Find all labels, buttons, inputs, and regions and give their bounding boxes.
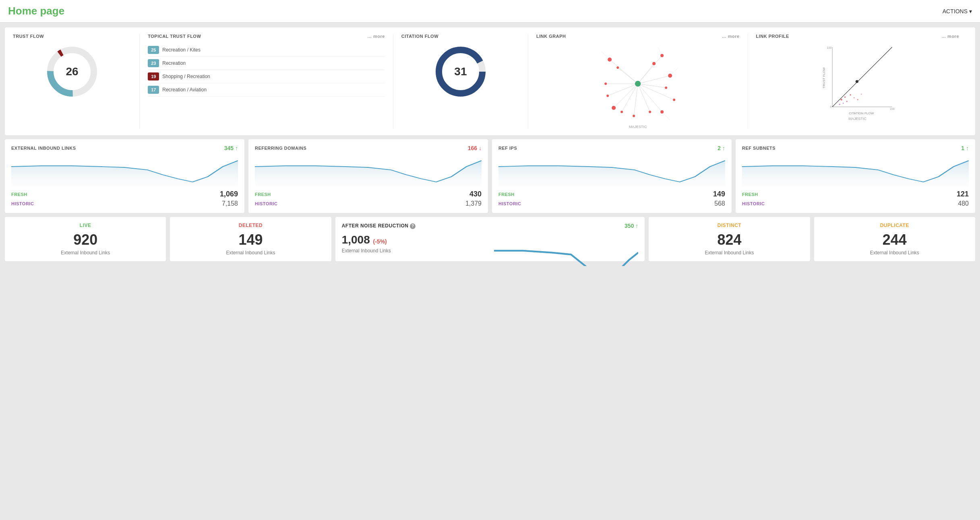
link-profile-more[interactable]: ... more (942, 34, 959, 39)
question-icon[interactable]: ? (410, 223, 416, 229)
svg-marker-57 (11, 161, 238, 187)
topical-trust-flow-title: TOPICAL TRUST FLOW (148, 34, 201, 39)
header: Home page ACTIONS ▾ (0, 0, 980, 23)
metric-header: REF SUBNETS 1 ↑ (742, 145, 969, 151)
topical-trust-flow-section: TOPICAL TRUST FLOW ... more 25 Recreatio… (140, 34, 393, 129)
svg-point-51 (860, 94, 862, 95)
bottom-card-sublabel: External Inbound Links (821, 250, 969, 256)
citation-flow-section: CITATION FLOW 31 (393, 34, 528, 129)
fresh-value: 149 (713, 190, 725, 198)
metric-card-3: REF SUBNETS 1 ↑ FRESH 121 (736, 139, 975, 213)
ttf-item: 25 Recreation / Kites (148, 43, 385, 57)
metric-card-2: REF IPS 2 ↑ FRESH 149 (492, 139, 732, 213)
fresh-value: 430 (469, 190, 482, 198)
historic-row: HISTORIC 1,379 (255, 200, 482, 207)
metric-badge: 166 ↓ (468, 145, 482, 151)
metric-chart (11, 155, 238, 187)
historic-label: HISTORIC (255, 201, 277, 206)
svg-line-11 (614, 84, 638, 108)
historic-row: HISTORIC 568 (498, 200, 725, 207)
svg-line-5 (610, 60, 638, 84)
ttf-badge: 17 (148, 86, 159, 94)
svg-point-25 (660, 54, 664, 57)
trust-flow-section: TRUST FLOW 26 (13, 34, 140, 129)
bottom-card-sublabel: External Inbound Links (176, 250, 325, 256)
bottom-card-number: 149 (176, 231, 325, 248)
noise-number: 1,008 (-5%) (342, 233, 486, 246)
page-title: Home page (8, 5, 64, 17)
link-graph-more[interactable]: ... more (722, 34, 739, 39)
citation-flow-donut: 31 (432, 43, 489, 100)
noise-sublabel: External Inbound Links (342, 248, 486, 254)
historic-value: 1,379 (465, 200, 482, 207)
svg-point-29 (633, 115, 635, 117)
svg-point-24 (608, 58, 612, 62)
svg-point-50 (853, 97, 854, 99)
ttf-label: Recreation / Aviation (162, 87, 207, 93)
link-profile-majestic: MAJESTIC (756, 117, 959, 121)
bottom-card-label: DELETED (176, 223, 325, 228)
ttf-badge: 23 (148, 59, 159, 67)
svg-marker-59 (498, 161, 725, 187)
metric-title: EXTERNAL INBOUND LINKS (11, 146, 76, 151)
link-graph-majestic: MAJESTIC (536, 125, 739, 129)
svg-point-35 (649, 111, 651, 113)
historic-label: HISTORIC (742, 201, 765, 206)
fresh-value: 121 (957, 190, 969, 198)
svg-point-36 (620, 111, 623, 113)
ttf-label: Shopping / Recreation (162, 74, 210, 79)
svg-text:100: 100 (827, 46, 831, 50)
historic-label: HISTORIC (498, 201, 521, 206)
svg-line-18 (608, 84, 638, 96)
bottom-card-label: DISTINCT (655, 223, 803, 228)
metric-chart (742, 155, 969, 187)
topical-trust-flow-list: 25 Recreation / Kites 23 Recreation 19 S… (148, 43, 385, 97)
bottom-card-sublabel: External Inbound Links (11, 250, 159, 256)
link-graph-section: LINK GRAPH ... more (528, 34, 748, 129)
svg-line-17 (622, 84, 638, 112)
metric-stats: FRESH 1,069 HISTORIC 7,158 (11, 190, 238, 207)
bottom-card-number: 920 (11, 231, 159, 248)
link-profile-visual: CITATION FLOW TRUST FLOW 100 0 100 (756, 43, 959, 116)
metric-chart (498, 155, 725, 187)
svg-point-54 (839, 103, 840, 105)
topical-more-link[interactable]: ... more (368, 34, 385, 39)
svg-text:CITATION FLOW: CITATION FLOW (849, 111, 874, 115)
metric-card-1: REFERRING DOMAINS 166 ↓ FRESH 430 (248, 139, 488, 213)
metric-header: EXTERNAL INBOUND LINKS 345 ↑ (11, 145, 238, 151)
svg-point-49 (846, 101, 848, 102)
bottom-card-3: DISTINCT 824 External Inbound Links (649, 217, 810, 261)
bottom-card-number: 824 (655, 231, 803, 248)
link-profile-title: LINK PROFILE (756, 34, 789, 39)
metric-stats: FRESH 430 HISTORIC 1,379 (255, 190, 482, 207)
metric-badge: 1 ↑ (961, 145, 969, 151)
link-profile-section: LINK PROFILE ... more CITATION FLOW TRUS… (748, 34, 967, 129)
historic-value: 7,158 (222, 200, 238, 207)
svg-text:TRUST FLOW: TRUST FLOW (822, 67, 826, 89)
metric-title: REFERRING DOMAINS (255, 146, 306, 151)
metric-title: REF IPS (498, 146, 517, 151)
bottom-card-2: AFTER NOISE REDUCTION ? 350 ↑ 1,008 (-5%… (335, 217, 645, 261)
actions-button[interactable]: ACTIONS ▾ (943, 8, 972, 14)
svg-point-27 (673, 99, 675, 101)
historic-label: HISTORIC (11, 201, 34, 206)
bottom-card-number: 244 (821, 231, 969, 248)
fresh-row: FRESH 121 (742, 190, 969, 198)
svg-line-45 (832, 47, 892, 107)
svg-point-52 (857, 99, 858, 101)
historic-value: 480 (958, 200, 969, 207)
bottom-card-1: DELETED 149 External Inbound Links (170, 217, 331, 261)
fresh-row: FRESH 149 (498, 190, 725, 198)
svg-point-33 (652, 62, 655, 65)
bottom-card-label: LIVE (11, 223, 159, 228)
svg-point-26 (668, 74, 672, 78)
metric-stats: FRESH 149 HISTORIC 568 (498, 190, 725, 207)
bottom-card-label: DUPLICATE (821, 223, 969, 228)
citation-flow-value: 31 (454, 65, 467, 78)
metric-badge: 2 ↑ (717, 145, 725, 151)
historic-row: HISTORIC 480 (742, 200, 969, 207)
historic-value: 568 (714, 200, 725, 207)
svg-point-34 (665, 87, 667, 89)
svg-marker-60 (742, 161, 969, 187)
ttf-item: 19 Shopping / Recreation (148, 70, 385, 83)
